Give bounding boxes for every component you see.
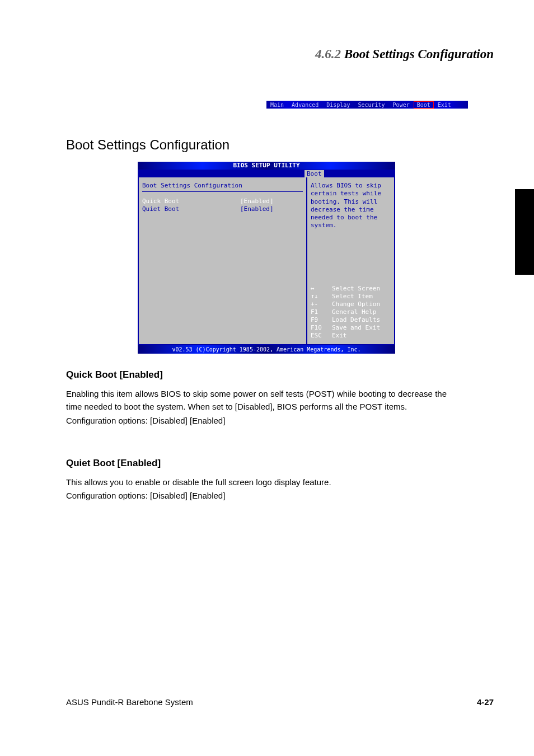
nav-action: Save and Exit [332,324,380,331]
top-tab-advanced: Advanced [288,102,322,108]
bios-row-value: [Enabled] [240,205,274,213]
nav-key: F1 [311,308,332,316]
bios-row-quiet-boot: Quiet Boot [Enabled] [142,205,303,213]
quick-boot-values: Configuration options: [Disabled] [Enabl… [66,416,447,425]
nav-key: +- [311,300,332,308]
nav-row: F10 Save and Exit [311,324,391,331]
bios-help-text: Allows BIOS to skip certain tests while … [311,182,391,230]
nav-key: F9 [311,316,332,323]
top-tab-security: Security [354,102,388,108]
section-number: 4.6.2 [315,47,341,61]
top-tab-exit: Exit [434,102,455,108]
bios-row-value: [Enabled] [240,198,274,205]
top-tab-display: Display [322,102,354,108]
top-tab-power: Power [389,102,414,108]
top-tab-boot: Boot [414,101,434,109]
subtitle: Boot Settings Configuration [66,137,229,153]
top-tab-main: Main [266,102,288,108]
bios-row-quick-boot: Quick Boot [Enabled] [142,198,303,205]
nav-key: ↔ [311,285,332,292]
page-header: 4.6.2 Boot Settings Configuration [315,47,494,62]
bios-title-bar: BIOS SETUP UTILITY [138,162,395,170]
nav-action: General Help [332,308,376,316]
nav-action: Select Item [332,293,373,300]
bios-right-panel: Allows BIOS to skip certain tests while … [307,177,395,345]
nav-row: ↔ Select Screen [311,285,391,292]
bios-section-header: Boot Settings Configuration [142,182,303,192]
bios-body: Boot Settings Configuration Quick Boot [… [138,177,395,345]
nav-action: Load Defaults [332,316,380,323]
footer-text: ASUS Pundit-R Barebone System [66,697,193,707]
bios-footer: v02.53 (C)Copyright 1985-2002, American … [138,345,395,354]
bios-row-label: Quick Boot [142,198,240,205]
nav-row: F1 General Help [311,308,391,316]
bios-screen: BIOS SETUP UTILITY Boot Boot Settings Co… [138,162,395,354]
quick-boot-section: Quick Boot [Enabled] Enabling this item … [66,369,447,425]
quiet-boot-values: Configuration options: [Disabled] [Enabl… [66,491,447,500]
nav-row: F9 Load Defaults [311,316,391,323]
nav-row: ESC Exit [311,332,391,339]
bios-row-label: Quiet Boot [142,205,240,213]
nav-key: ESC [311,332,332,339]
nav-action: Change Option [332,300,380,308]
bios-menu-bar: Boot [138,170,395,177]
section-title: Boot Settings Configuration [344,47,494,61]
nav-key: F10 [311,324,332,331]
bios-nav-keys: ↔ Select Screen ↑↓ Select Item +- Change… [311,285,391,340]
bios-menu-boot: Boot [305,170,324,177]
quiet-boot-section: Quiet Boot [Enabled] This allows you to … [66,458,447,500]
bios-left-panel: Boot Settings Configuration Quick Boot [… [138,177,307,345]
nav-row: ↑↓ Select Item [311,293,391,300]
quiet-boot-body: This allows you to enable or disable the… [66,476,447,489]
quiet-boot-heading: Quiet Boot [Enabled] [66,458,447,469]
nav-action: Select Screen [332,285,380,292]
side-tab [515,189,534,275]
nav-action: Exit [332,332,347,339]
quick-boot-body: Enabling this item allows BIOS to skip s… [66,387,447,414]
nav-row: +- Change Option [311,300,391,308]
top-tabs-bar: Main Advanced Display Security Power Boo… [266,101,468,109]
quick-boot-heading: Quick Boot [Enabled] [66,369,447,381]
footer-page: 4-27 [477,697,494,707]
nav-key: ↑↓ [311,293,332,300]
